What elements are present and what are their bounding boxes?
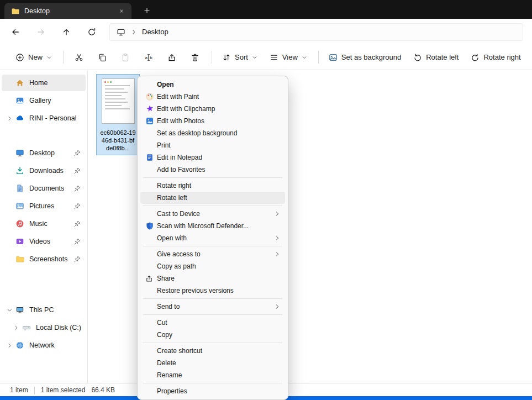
menu-item-cut[interactable]: Cut xyxy=(140,317,285,329)
thumbnail-window-preview xyxy=(102,78,135,124)
forward-button[interactable] xyxy=(31,23,51,41)
refresh-button[interactable] xyxy=(82,23,102,41)
blank-icon-slot xyxy=(145,387,157,396)
up-button[interactable] xyxy=(56,23,76,41)
menu-item-edit-with-clipchamp[interactable]: Edit with Clipchamp xyxy=(140,103,285,115)
menu-item-properties[interactable]: Properties xyxy=(140,385,285,397)
new-button[interactable]: New xyxy=(10,48,57,67)
blank-icon-slot xyxy=(145,209,157,218)
rotate-right-label: Rotate right xyxy=(483,53,520,61)
menu-item-copy-as-path[interactable]: Copy as path xyxy=(140,260,285,272)
back-button[interactable] xyxy=(6,23,25,41)
folder-icon xyxy=(11,7,20,15)
menu-separator xyxy=(143,206,282,206)
sidebar-item-label: Home xyxy=(29,79,48,87)
copy-button[interactable] xyxy=(91,48,113,67)
sort-button[interactable]: Sort xyxy=(217,48,263,67)
share-icon xyxy=(145,274,157,283)
menu-item-cast-to-device[interactable]: Cast to Device xyxy=(140,208,285,220)
sidebar-item-label: RINI - Personal xyxy=(29,114,76,122)
rotate-right-button[interactable]: Rotate right xyxy=(465,48,526,67)
file-name-line: ec60b062-19 xyxy=(97,129,139,136)
menu-item-add-to-favorites[interactable]: Add to Favorites xyxy=(140,164,285,176)
menu-item-restore-previous-versions[interactable]: Restore previous versions xyxy=(140,285,285,297)
chevron-right-icon[interactable] xyxy=(12,325,20,331)
rename-button[interactable]: ab xyxy=(138,48,160,67)
explorer-tab[interactable]: Desktop xyxy=(4,3,131,19)
titlebar: Desktop xyxy=(0,0,532,19)
view-button[interactable]: View xyxy=(264,48,313,67)
paste-button[interactable] xyxy=(114,48,136,67)
chevron-right-icon[interactable] xyxy=(5,115,14,122)
menu-item-rename[interactable]: Rename xyxy=(140,369,285,381)
menu-item-edit-with-photos[interactable]: Edit with Photos xyxy=(140,115,285,127)
file-thumbnail xyxy=(97,75,139,128)
blank-icon-slot xyxy=(145,346,157,355)
menu-item-edit-with-paint[interactable]: Edit with Paint xyxy=(140,91,285,103)
menu-item-label: Scan with Microsoft Defender... xyxy=(157,222,249,230)
chevron-down-icon xyxy=(302,55,307,60)
menu-item-copy[interactable]: Copy xyxy=(140,329,285,341)
command-bar: New ab Sort View Set as background Rotat… xyxy=(0,45,532,70)
sidebar-item-downloads[interactable]: Downloads xyxy=(2,162,86,179)
tab-close-button[interactable] xyxy=(115,5,128,17)
sidebar-item-home[interactable]: Home xyxy=(2,75,86,91)
svg-text:b: b xyxy=(150,55,152,60)
sidebar-item-screenshots[interactable]: Screenshots xyxy=(2,251,86,267)
pin-icon xyxy=(73,255,81,263)
sidebar-item-label: Music xyxy=(29,220,48,228)
menu-item-scan-with-defender[interactable]: Scan with Microsoft Defender... xyxy=(140,220,285,232)
selection-count: 1 item selected xyxy=(41,386,86,394)
chevron-down-icon xyxy=(46,55,52,60)
sidebar-item-pictures[interactable]: Pictures xyxy=(2,198,86,214)
blank-icon-slot xyxy=(145,129,157,138)
sidebar-item-videos[interactable]: Videos xyxy=(2,233,86,250)
cut-button[interactable] xyxy=(68,48,90,67)
new-button-label: New xyxy=(28,53,43,61)
sidebar-item-this-pc[interactable]: This PC xyxy=(2,302,86,318)
menu-separator xyxy=(143,246,282,246)
selected-file-item[interactable]: ec60b062-19 46d-b431-bf de0f8b... xyxy=(96,74,140,155)
sidebar-item-desktop[interactable]: Desktop xyxy=(2,145,86,161)
sidebar-item-documents[interactable]: Documents xyxy=(2,180,86,197)
new-tab-button[interactable] xyxy=(139,4,155,17)
sidebar-spacer xyxy=(0,269,87,285)
share-button[interactable] xyxy=(161,48,183,67)
submenu-chevron-icon xyxy=(274,235,281,241)
menu-item-print[interactable]: Print xyxy=(140,139,285,151)
menu-item-create-shortcut[interactable]: Create shortcut xyxy=(140,345,285,357)
chevron-right-icon[interactable] xyxy=(5,343,14,349)
rotate-left-button[interactable]: Rotate left xyxy=(408,48,464,67)
chevron-down-icon[interactable] xyxy=(5,307,14,313)
rotate-right-icon xyxy=(471,53,480,62)
menu-item-delete[interactable]: Delete xyxy=(140,357,285,369)
folder-icon xyxy=(15,255,25,264)
sidebar-item-local-disk-c[interactable]: Local Disk (C:) xyxy=(2,319,86,336)
submenu-chevron-icon xyxy=(274,303,281,310)
rotate-left-label: Rotate left xyxy=(426,53,459,61)
sidebar-item-network[interactable]: Network xyxy=(2,337,86,354)
sidebar-item-gallery[interactable]: Gallery xyxy=(2,92,86,109)
delete-button[interactable] xyxy=(184,48,206,67)
menu-item-rotate-right[interactable]: Rotate right xyxy=(140,180,285,192)
menu-item-share[interactable]: Share xyxy=(140,272,285,285)
menu-item-open-with[interactable]: Open with xyxy=(140,232,285,244)
blank-icon-slot xyxy=(145,234,157,243)
menu-item-open[interactable]: Open xyxy=(140,78,285,91)
menu-item-send-to[interactable]: Send to xyxy=(140,301,285,313)
sidebar-item-onedrive[interactable]: RINI - Personal xyxy=(2,110,86,127)
address-bar[interactable]: Desktop xyxy=(109,23,523,41)
menu-item-give-access-to[interactable]: Give access to xyxy=(140,248,285,260)
blank-icon-slot xyxy=(145,286,157,295)
svg-text:a: a xyxy=(145,55,148,60)
tab-title: Desktop xyxy=(24,7,50,15)
sidebar-item-music[interactable]: Music xyxy=(2,215,86,232)
menu-item-label: Edit with Paint xyxy=(157,93,199,101)
set-as-background-button[interactable]: Set as background xyxy=(323,48,407,67)
menu-item-rotate-left[interactable]: Rotate left xyxy=(140,192,285,204)
menu-item-edit-in-notepad[interactable]: Edit in Notepad xyxy=(140,151,285,164)
menu-item-set-as-desktop-background[interactable]: Set as desktop background xyxy=(140,127,285,139)
desktop-icon xyxy=(15,149,25,157)
menu-item-label: Edit with Photos xyxy=(157,117,204,125)
breadcrumb-location[interactable]: Desktop xyxy=(142,28,168,36)
